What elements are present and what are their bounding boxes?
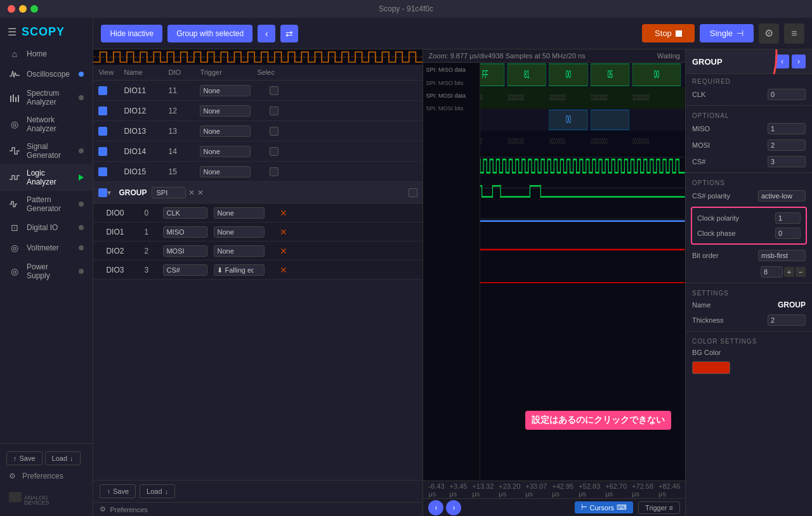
nav-left-button[interactable]: ‹ xyxy=(258,25,275,42)
sidebar-item-logic[interactable]: Logic Analyzer xyxy=(0,164,93,191)
sidebar-item-network[interactable]: ◎ Network Analyzer xyxy=(0,111,93,138)
clk-select[interactable]: 0123 xyxy=(768,89,806,100)
cs-polarity-select[interactable]: active-lowactive-high xyxy=(758,190,806,202)
network-icon: ◎ xyxy=(9,119,20,130)
mosi-select[interactable]: 2013 xyxy=(768,139,806,151)
role-select[interactable]: CS#CLKMISOMOSI xyxy=(163,264,207,276)
trigger-select[interactable]: NoneRisingFalling xyxy=(200,146,251,157)
waveform-footer: ‹ › ⊢ Cursors ⌨ Trigger ≡ xyxy=(423,498,685,516)
sidebar-item-digital[interactable]: ⊡ Digital IO xyxy=(0,217,93,238)
trigger-button[interactable]: Trigger ≡ xyxy=(638,501,680,514)
role-select[interactable]: CLKMISOMOSICS# xyxy=(163,207,207,219)
preferences-button[interactable]: ⚙ Preferences xyxy=(100,505,147,513)
right-panel: GROUP ‹ › xyxy=(685,49,812,516)
scroll-left-button[interactable]: ‹ xyxy=(428,500,443,515)
role-select[interactable]: MOSICLKMISOCS# xyxy=(163,245,207,257)
svg-text:00000000: 00000000 xyxy=(549,137,566,146)
row-checkbox[interactable] xyxy=(270,127,278,136)
sidebar-item-power[interactable]: ◎ Power Supply xyxy=(0,258,93,285)
minimize-button[interactable] xyxy=(19,5,27,13)
group-close-button[interactable]: ✕ xyxy=(188,188,195,197)
clock-phase-select[interactable]: 01 xyxy=(775,228,801,239)
scroll-right-button[interactable]: › xyxy=(446,500,461,515)
load-button[interactable]: Load ↓ xyxy=(140,484,175,498)
increment-button[interactable]: + xyxy=(784,267,794,277)
sidebar-item-voltmeter[interactable]: ◎ Voltmeter xyxy=(0,238,93,258)
bit-order-select[interactable]: msb-firstlsb-first xyxy=(758,250,806,261)
waiting-status: Waiting xyxy=(657,52,680,60)
group-selected-button[interactable]: Group with selected xyxy=(167,25,252,42)
trigger-select[interactable]: None xyxy=(214,207,265,219)
hamburger-icon[interactable]: ☰ xyxy=(8,26,16,38)
close-button[interactable] xyxy=(8,5,15,13)
sidebar-item-pattern[interactable]: Pattern Generator xyxy=(0,191,93,217)
time-marker: -6.43 μs xyxy=(428,482,444,498)
settings-button[interactable]: ⚙ xyxy=(759,23,779,44)
row-checkbox[interactable] xyxy=(270,167,278,176)
svg-text:10101010: 10101010 xyxy=(549,93,566,102)
row-checkbox[interactable] xyxy=(270,106,278,115)
menu-button[interactable]: ≡ xyxy=(784,23,804,44)
trigger-select[interactable]: NoneRisingFalling xyxy=(200,126,251,137)
sidebar-item-spectrum[interactable]: Spectrum Analyzer xyxy=(0,84,93,111)
role-select[interactable]: MISOCLKMOSICS# xyxy=(163,226,207,238)
load-button[interactable]: Load ↓ xyxy=(45,451,81,465)
signal-icon xyxy=(9,145,20,157)
remove-icon[interactable]: ✕ xyxy=(280,208,287,218)
clock-polarity-select[interactable]: 10 xyxy=(775,212,801,224)
color-swatch xyxy=(98,147,107,156)
panel-nav-right[interactable]: › xyxy=(792,55,806,68)
stop-icon xyxy=(676,30,682,37)
remove-icon[interactable]: ✕ xyxy=(280,246,287,256)
sidebar-item-signal[interactable]: Signal Generator xyxy=(0,138,93,164)
sub-row-dio: 3 xyxy=(144,266,163,274)
hide-inactive-button[interactable]: Hide inactive xyxy=(101,25,162,42)
sidebar-item-label: Home xyxy=(27,49,84,58)
thickness-select[interactable]: 2134 xyxy=(768,314,806,326)
trigger-select[interactable]: ⬇ Falling edgeNoneRising xyxy=(214,264,265,276)
trigger-select[interactable]: NoneRisingFalling xyxy=(200,85,251,96)
logo: SCOPY xyxy=(22,25,65,39)
table-row: DIO11 11 NoneRisingFalling xyxy=(93,81,422,101)
group-delete-button[interactable]: ✕ xyxy=(197,188,204,197)
cursors-button[interactable]: ⊢ Cursors ⌨ xyxy=(575,501,634,513)
gear-icon: ⚙ xyxy=(764,27,773,39)
stop-button[interactable]: Stop xyxy=(642,24,695,42)
trigger-select[interactable]: None xyxy=(214,245,265,257)
dio-rows-list: DIO11 11 NoneRisingFalling DIO12 12 xyxy=(93,81,422,480)
clock-polarity-label: Clock polarity xyxy=(697,214,739,222)
cs-select[interactable]: 3012 xyxy=(768,156,806,167)
time-marker: +52.83 μs xyxy=(579,482,600,498)
trigger-select[interactable]: NoneRisingFalling xyxy=(200,166,251,177)
row-checkbox[interactable] xyxy=(270,86,278,95)
row-checkbox[interactable] xyxy=(270,147,278,156)
waveform-display[interactable]: F7 FF 81 00 05 00 MISO data xyxy=(423,63,685,481)
panel-nav-left[interactable]: ‹ xyxy=(775,55,789,68)
word-size-input[interactable] xyxy=(761,266,783,278)
remove-icon[interactable]: ✕ xyxy=(280,265,287,275)
miso-select[interactable]: 1023 xyxy=(768,123,806,134)
traffic-lights xyxy=(8,5,38,13)
save-button[interactable]: ↑ Save xyxy=(100,484,136,498)
decrement-button[interactable]: − xyxy=(796,267,806,277)
save-button[interactable]: ↑ Save xyxy=(6,451,43,465)
trigger-select[interactable]: NoneRisingFalling xyxy=(200,105,251,117)
bg-color-swatch[interactable] xyxy=(692,361,730,374)
save-icon: ↑ xyxy=(107,487,110,495)
single-button[interactable]: Single ⊣ xyxy=(700,24,754,42)
trigger-select[interactable]: None xyxy=(214,226,265,238)
color-swatch xyxy=(98,86,107,95)
maximize-button[interactable] xyxy=(30,5,38,13)
svg-text:00: 00 xyxy=(566,114,572,126)
preferences-label: Preferences xyxy=(22,472,63,481)
save-label: Save xyxy=(113,487,129,495)
protocol-select[interactable]: SPII2CUART xyxy=(152,187,186,198)
group-checkbox[interactable] xyxy=(409,188,417,197)
remove-icon[interactable]: ✕ xyxy=(280,227,287,237)
preferences-button[interactable]: ⚙ Preferences xyxy=(0,468,93,484)
nav-sync-button[interactable]: ⇄ xyxy=(280,25,298,42)
sidebar-item-oscilloscope[interactable]: Oscilloscope xyxy=(0,64,93,84)
sidebar-item-home[interactable]: ⌂ Home xyxy=(0,44,93,64)
svg-text:00: 00 xyxy=(654,69,660,81)
group-collapse-icon[interactable]: ▾ xyxy=(107,188,116,197)
